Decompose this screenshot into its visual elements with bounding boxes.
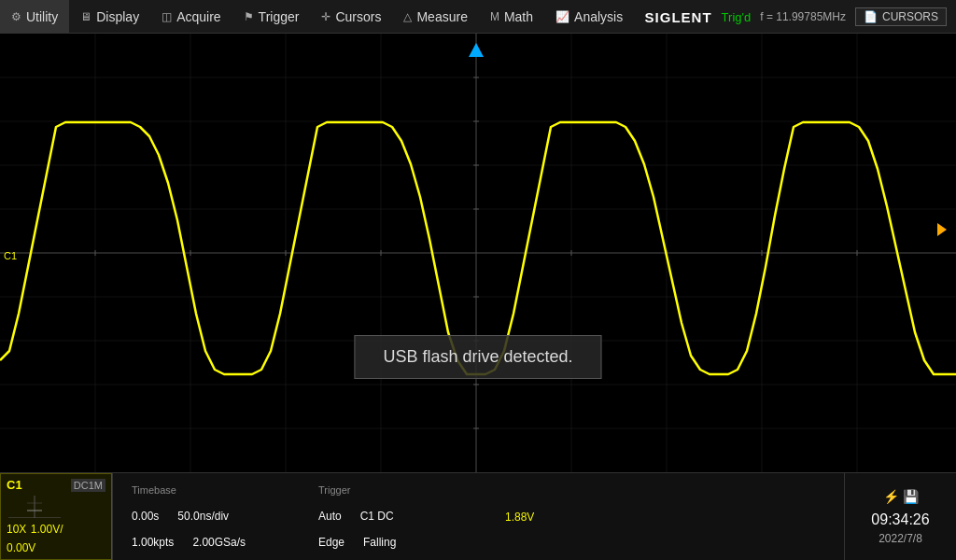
math-icon: M xyxy=(490,10,499,23)
cursors-panel-label: 📄 CURSORS xyxy=(855,7,947,26)
menu-analysis[interactable]: 📈 Analysis xyxy=(544,0,634,33)
menu-trigger-label: Trigger xyxy=(259,9,300,24)
ch1-coupling: DC1M xyxy=(71,479,105,492)
trig-status: Trig'd xyxy=(722,10,752,24)
ch1-ground-indicator: C1 xyxy=(4,250,17,261)
cursors-icon: ✛ xyxy=(321,10,330,23)
timebase-header: Timebase xyxy=(132,484,281,496)
trigger-mode-col: Auto xyxy=(318,510,342,523)
freq-display: f = 11.99785MHz xyxy=(760,10,846,23)
ch1-panel: C1 DC1M 10X 1.00V/ 0.00V xyxy=(0,473,112,560)
menu-cursors[interactable]: ✛ Cursors xyxy=(310,0,392,33)
brand-area: SIGLENT Trig'd f = 11.99785MHz 📄 CURSORS xyxy=(645,0,956,34)
menu-bar: ⚙ Utility 🖥 Display ◫ Acquire ⚑ Trigger … xyxy=(0,0,956,34)
trigger-header: Trigger xyxy=(318,484,468,496)
trigger-edge-val: Edge xyxy=(318,536,344,549)
timebase-offset-col: 0.00s xyxy=(132,510,159,523)
menu-analysis-label: Analysis xyxy=(574,9,623,24)
trigger-slope-val: Falling xyxy=(363,536,396,549)
menu-acquire[interactable]: ◫ Acquire xyxy=(150,0,232,33)
display-icon: 🖥 xyxy=(80,10,91,23)
siglent-logo: SIGLENT xyxy=(645,9,712,25)
ch1-label-row: C1 DC1M xyxy=(7,478,105,492)
ch1-name: C1 xyxy=(7,478,22,492)
trigger-type-val: C1 DC xyxy=(360,510,394,523)
usb-icon: ⚡ xyxy=(883,489,899,504)
storage-icon: 💾 xyxy=(903,489,919,504)
timebase-div-col: 50.0ns/div xyxy=(177,510,229,523)
acquire-icon: ◫ xyxy=(162,10,172,23)
ch1-probe: 10X 1.00V/ xyxy=(7,520,105,537)
time-div-val: 50.0ns/div xyxy=(177,510,229,523)
menu-display-label: Display xyxy=(96,9,139,24)
waveform-display: C1 xyxy=(0,34,956,472)
menu-math[interactable]: M Math xyxy=(479,0,544,33)
date-display: 2022/7/8 xyxy=(879,532,922,545)
menu-utility-label: Utility xyxy=(26,9,58,24)
menu-math-label: Math xyxy=(504,9,533,24)
usb-message: USB flash drive detected. xyxy=(354,335,601,379)
menu-display[interactable]: 🖥 Display xyxy=(69,0,150,33)
trigger-arrow-indicator xyxy=(469,43,484,57)
menu-measure[interactable]: △ Measure xyxy=(392,0,478,33)
menu-acquire-label: Acquire xyxy=(176,9,220,24)
timebase-trigger-panel: Timebase Trigger 0.00s 50.0ns/div Aut xyxy=(112,473,844,560)
ch1-offset: 0.00V xyxy=(7,539,105,555)
time-panel: ⚡ 💾 09:34:26 2022/7/8 xyxy=(844,473,956,560)
usb-icons: ⚡ 💾 xyxy=(883,489,919,504)
samplerate-col: 2.00GSa/s xyxy=(192,536,246,549)
file-icon: 📄 xyxy=(864,10,878,23)
status-bar: C1 DC1M 10X 1.00V/ 0.00V Timebase Tri xyxy=(0,472,956,560)
trigger-type-col: C1 DC xyxy=(360,510,394,523)
trigger-edge-col: Edge xyxy=(318,536,344,549)
level-arrow-indicator xyxy=(937,223,947,236)
clock-display: 09:34:26 xyxy=(871,511,929,528)
memdepth-val: 1.00kpts xyxy=(132,536,174,549)
analysis-icon: 📈 xyxy=(555,10,569,23)
menu-cursors-label: Cursors xyxy=(335,9,381,24)
trigger-mode-val: Auto xyxy=(318,510,342,523)
trigger-level-val: 1.88V xyxy=(505,511,534,524)
trigger-icon: ⚑ xyxy=(244,10,254,23)
ch1-crosshair-icon xyxy=(7,494,63,518)
menu-trigger[interactable]: ⚑ Trigger xyxy=(232,0,311,33)
menu-measure-label: Measure xyxy=(416,9,467,24)
menu-utility[interactable]: ⚙ Utility xyxy=(0,0,69,33)
measure-icon: △ xyxy=(403,10,412,23)
trigger-slope-col: Falling xyxy=(363,536,396,549)
samplerate-val: 2.00GSa/s xyxy=(192,536,246,549)
time-offset-val: 0.00s xyxy=(132,510,159,523)
utility-icon: ⚙ xyxy=(11,10,21,23)
memdepth-col: 1.00kpts xyxy=(132,536,174,549)
